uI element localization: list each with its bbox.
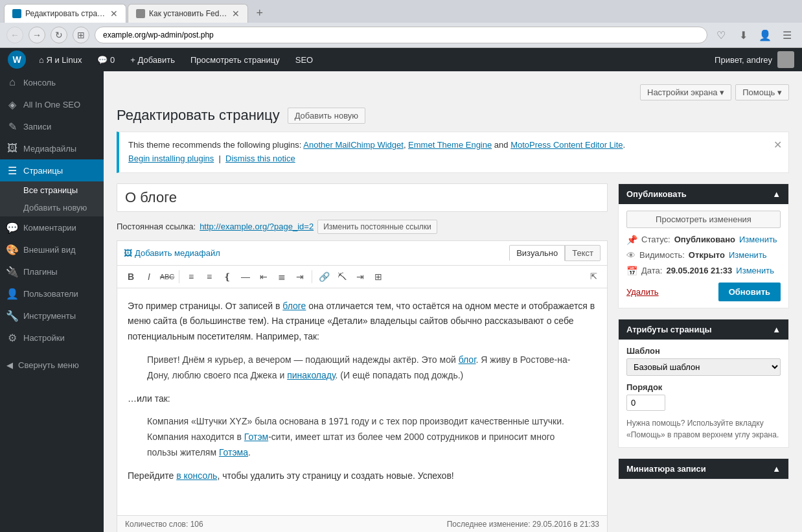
post-title-input[interactable]: [117, 183, 608, 212]
sidebar-subitem-add-page[interactable]: Добавить новую: [0, 199, 104, 216]
order-input[interactable]: [626, 395, 665, 411]
permalink-label: Постоянная ссылка:: [117, 222, 196, 231]
browser-tab-active[interactable]: Редактировать стра… ✕: [4, 4, 126, 23]
wp-logo[interactable]: W: [8, 51, 26, 69]
indent-button[interactable]: ⇥: [352, 268, 369, 285]
gotham-link2[interactable]: Готэма: [219, 447, 248, 457]
thumbnail-panel-toggle[interactable]: ▲: [772, 464, 781, 474]
help-button[interactable]: Помощь ▾: [735, 84, 789, 100]
plugin3-link[interactable]: MotoPress Content Editor Lite: [510, 140, 623, 150]
template-select[interactable]: Базовый шаблон Полная ширина: [626, 358, 781, 376]
plugin2-link[interactable]: Emmet Theme Engine: [408, 140, 492, 150]
plugin1-link[interactable]: Another MailChimp Widget: [303, 140, 404, 150]
attributes-panel-title: Атрибуты страницы: [626, 325, 712, 334]
italic-button[interactable]: I: [141, 268, 157, 285]
ul-button[interactable]: ≡: [183, 268, 200, 285]
align-center-button[interactable]: ≣: [273, 268, 290, 285]
admin-bar-home[interactable]: ⌂ Я и Linux: [31, 48, 89, 71]
add-media-button[interactable]: 🖼 Добавить медиафайл: [124, 248, 220, 258]
ol-button[interactable]: ≡: [201, 268, 218, 285]
forward-button[interactable]: →: [29, 27, 45, 43]
blog-link1[interactable]: блоге: [282, 301, 306, 311]
sidebar-collapse[interactable]: ◀ Свернуть меню: [0, 355, 104, 375]
menu-icon[interactable]: ☰: [779, 27, 796, 43]
address-input[interactable]: [95, 27, 707, 43]
new-tab-button[interactable]: +: [249, 4, 269, 23]
sidebar-item-posts[interactable]: ✎ Записи: [0, 115, 104, 137]
publish-panel-toggle[interactable]: ▲: [772, 189, 781, 199]
pina-link[interactable]: пинаколаду: [287, 370, 335, 380]
link-button[interactable]: 🔗: [315, 268, 332, 285]
sidebar-item-media[interactable]: 🖼 Медиафайлы: [0, 137, 104, 159]
admin-avatar[interactable]: [777, 51, 794, 68]
dismiss-notice-link[interactable]: Dismiss this notice: [225, 154, 295, 163]
begin-installing-link[interactable]: Begin installing plugins: [128, 154, 214, 163]
permalink-change-button[interactable]: Изменить постоянные ссылки: [317, 220, 437, 234]
sidebar-item-users[interactable]: 👤 Пользователи: [0, 283, 104, 305]
reload-button[interactable]: ↻: [51, 27, 67, 43]
editor-content[interactable]: Это пример страницы. От записей в блоге …: [117, 288, 607, 515]
quote-button[interactable]: ❴: [219, 268, 236, 285]
hr-button[interactable]: —: [237, 268, 254, 285]
sidebar-item-console[interactable]: ⌂ Консоль: [0, 71, 104, 93]
delete-button[interactable]: Удалить: [626, 287, 659, 297]
page-title: Редактировать страницу: [117, 107, 280, 124]
admin-bar-comments[interactable]: 💬 0: [89, 48, 122, 71]
plugin-notice: ✕ This theme recommends the following pl…: [117, 132, 789, 173]
expand-button[interactable]: ⇱: [585, 268, 602, 285]
text-tab[interactable]: Текст: [565, 245, 601, 261]
browser-tab-2[interactable]: Как установить Fed… ✕: [128, 4, 248, 23]
status-change-link[interactable]: Изменить: [739, 235, 777, 244]
tab2-close[interactable]: ✕: [232, 8, 240, 19]
admin-bar-view[interactable]: Просмотреть страницу: [183, 48, 288, 71]
sidebar-item-aioseo[interactable]: ◈ All In One SEO: [0, 93, 104, 115]
admin-bar-add[interactable]: + Добавить: [122, 48, 183, 71]
permalink-url[interactable]: http://example.org/?page_id=2: [200, 222, 314, 231]
bookmark-icon[interactable]: ♡: [713, 27, 729, 43]
add-new-page-button[interactable]: Добавить новую: [288, 108, 365, 124]
admin-bar-seo[interactable]: SEO: [288, 48, 321, 71]
download-icon[interactable]: ⬇: [735, 27, 751, 43]
tab-title-active: Редактировать стра…: [25, 9, 105, 18]
screen-options-button[interactable]: Настройки экрана ▾: [640, 84, 731, 100]
visibility-icon: 👁: [626, 250, 636, 260]
tools-icon: 🔧: [6, 310, 18, 321]
sidebar-subitem-all-pages[interactable]: Все страницы: [0, 181, 104, 199]
toolbar-sep2: [312, 270, 312, 283]
publish-panel-actions: Удалить Обновить: [626, 283, 781, 301]
tab-close-active[interactable]: ✕: [110, 8, 118, 19]
profile-icon[interactable]: 👤: [757, 27, 773, 43]
home-button[interactable]: ⊞: [73, 27, 89, 43]
settings-icon: ⚙: [6, 332, 18, 343]
browser-addressbar: ← → ↻ ⊞ ♡ ⬇ 👤 ☰: [0, 23, 802, 47]
attributes-panel-toggle[interactable]: ▲: [772, 325, 781, 334]
view-changes-button[interactable]: Просмотреть изменения: [626, 211, 781, 228]
sidebar-item-comments[interactable]: 💬 Комментарии: [0, 216, 104, 238]
align-left-button[interactable]: ⇤: [255, 268, 272, 285]
table-button[interactable]: ⊞: [370, 268, 387, 285]
sidebar-item-appearance[interactable]: 🎨 Внешний вид: [0, 238, 104, 260]
order-section: Порядок: [626, 382, 781, 411]
posts-label: Записи: [23, 122, 51, 132]
visual-tab[interactable]: Визуально: [509, 245, 565, 261]
gotham-link1[interactable]: Готэм: [244, 432, 268, 442]
sidebar-item-plugins[interactable]: 🔌 Плагины: [0, 260, 104, 283]
word-count: Количество слов: 106: [125, 520, 203, 529]
console-link[interactable]: в консоль: [176, 470, 217, 481]
date-change-link[interactable]: Изменить: [736, 266, 774, 275]
sidebar-item-settings[interactable]: ⚙ Настройки: [0, 327, 104, 349]
publish-panel-title: Опубликовать: [626, 189, 687, 199]
sidebar-item-tools[interactable]: 🔧 Инструменты: [0, 305, 104, 327]
unlink-button[interactable]: ⛏: [334, 268, 350, 285]
strikethrough-button[interactable]: ABC: [159, 268, 176, 285]
back-button[interactable]: ←: [6, 27, 23, 43]
visibility-change-link[interactable]: Изменить: [729, 250, 767, 260]
align-right-button[interactable]: ⇥: [292, 268, 308, 285]
sidebar-item-pages[interactable]: ☰ Страницы: [0, 159, 104, 181]
content-para3: Перейдите в консоль, чтобы удалить эту с…: [128, 468, 597, 484]
comments-sidebar-icon: 💬: [6, 222, 18, 233]
bold-button[interactable]: B: [122, 268, 139, 285]
notice-close-button[interactable]: ✕: [773, 139, 782, 151]
blog-link2[interactable]: блог: [459, 354, 476, 365]
update-button[interactable]: Обновить: [718, 283, 781, 301]
